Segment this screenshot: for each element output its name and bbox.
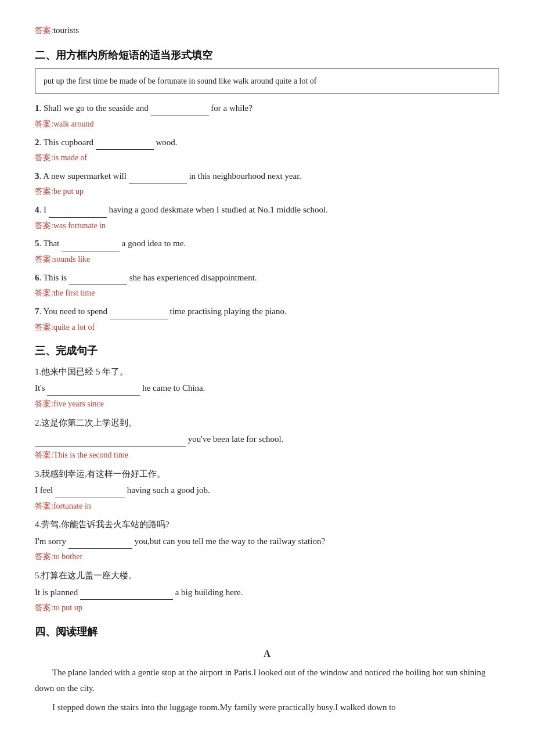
- s3-q2-chinese: 2.这是你第二次上学迟到。: [35, 416, 499, 431]
- top-answer-line: 答案:tourists: [35, 23, 499, 38]
- q2-4-blank: [49, 202, 107, 218]
- s3-answer-2: 答案:This is the second time: [35, 448, 499, 462]
- q2-3-after: in this neighbourhood next year.: [189, 171, 301, 181]
- s3-q2-after: you've been late for school.: [188, 434, 284, 444]
- s3-q4-blank: [68, 534, 132, 549]
- section4-title: 四、阅读理解: [35, 623, 499, 641]
- q2-4-before: I: [44, 205, 49, 214]
- section2: 二、用方框内所给短语的适当形式填空 put up the first time …: [35, 46, 499, 334]
- q2-7-blank: [110, 304, 168, 319]
- s3-q5-blank: [80, 585, 173, 600]
- s3-q4-english: I'm sorry you,but can you tell me the wa…: [35, 534, 499, 549]
- reading-para-1: The plane landed with a gentle stop at t…: [35, 665, 499, 696]
- s3-q1-chinese: 1.他来中国已经 5 年了。: [35, 365, 499, 380]
- answer-2-7: 答案:quite a lot of: [35, 321, 499, 334]
- s3-q5: 5.打算在这儿盖一座大楼。 It is planned a big buildi…: [35, 568, 499, 615]
- phrase-box: put up the first time be made of be fort…: [35, 69, 499, 93]
- top-answer-value: tourists: [53, 26, 79, 35]
- s3-answer-3: 答案:fortunate in: [35, 499, 499, 513]
- answer-2-4: 答案:was fortunate in: [35, 219, 499, 233]
- s3-q3-english: I feel having such a good job.: [35, 483, 499, 498]
- q2-1-blank: [151, 100, 209, 116]
- q2-1-number: 1.: [35, 103, 41, 113]
- section4-subtitle: A: [35, 646, 499, 661]
- q2-6-blank: [69, 270, 127, 286]
- question-2-2: 2. This cupboard wood.: [35, 135, 499, 150]
- answer-2-3: 答案:be put up: [35, 185, 499, 199]
- section4: 四、阅读理解 A The plane landed with a gentle …: [35, 623, 499, 715]
- q2-3-before: A new supermarket will: [43, 171, 128, 181]
- section3-title: 三、完成句子: [35, 342, 499, 360]
- s3-q4-before: I'm sorry: [35, 537, 68, 546]
- q2-5-before: That: [44, 239, 62, 248]
- q2-6-number: 6.: [35, 273, 41, 282]
- question-2-5: 5. That a good idea to me.: [35, 236, 499, 251]
- section3: 三、完成句子 1.他来中国已经 5 年了。 It's he came to Ch…: [35, 342, 499, 615]
- question-2-4: 4. I having a good deskmate when I studi…: [35, 202, 499, 218]
- s3-q3-chinese: 3.我感到幸运,有这样一份好工作。: [35, 467, 499, 482]
- s3-q3: 3.我感到幸运,有这样一份好工作。 I feel having such a g…: [35, 467, 499, 513]
- q2-5-blank: [62, 236, 120, 251]
- reading-para-2: I stepped down the stairs into the lugga…: [35, 700, 499, 715]
- question-2-3: 3. A new supermarket will in this neighb…: [35, 168, 499, 184]
- s3-q5-after: a big building here.: [175, 588, 243, 597]
- s3-q5-before: It is planned: [35, 588, 80, 597]
- s3-q1-before: It's: [35, 383, 47, 393]
- s3-q2-english: you've been late for school.: [35, 431, 499, 447]
- s3-q1-after: he came to China.: [142, 383, 205, 393]
- q2-5-number: 5.: [35, 239, 41, 248]
- s3-answer-1: 答案:five years since: [35, 397, 499, 411]
- q2-1-after: for a while?: [211, 103, 252, 113]
- q2-3-number: 3.: [35, 171, 41, 181]
- s3-q2-blank: [35, 431, 186, 447]
- s3-q5-chinese: 5.打算在这儿盖一座大楼。: [35, 568, 499, 584]
- q2-7-before: You need to spend: [43, 307, 109, 316]
- q2-5-after: a good idea to me.: [122, 239, 186, 248]
- question-2-6: 6. This is she has experienced disappoin…: [35, 270, 499, 286]
- s3-q2: 2.这是你第二次上学迟到。 you've been late for schoo…: [35, 416, 499, 462]
- s3-q1-blank: [47, 380, 140, 396]
- q2-3-blank: [129, 168, 187, 184]
- section2-title: 二、用方框内所给短语的适当形式填空: [35, 46, 499, 64]
- s3-q3-blank: [55, 483, 125, 498]
- s3-q3-after: having such a good job.: [127, 485, 210, 495]
- s3-q5-english: It is planned a big building here.: [35, 585, 499, 600]
- q2-7-after: time practising playing the piano.: [170, 307, 287, 316]
- question-2-7: 7. You need to spend time practising pla…: [35, 304, 499, 319]
- s3-q3-before: I feel: [35, 485, 55, 495]
- q2-4-after: having a good deskmate when I studied at…: [109, 205, 328, 214]
- q2-2-number: 2.: [35, 138, 41, 147]
- q2-2-after: wood.: [156, 138, 177, 147]
- answer-2-5: 答案:sounds like: [35, 253, 499, 267]
- q2-1-before: Shall we go to the seaside and: [44, 103, 151, 113]
- q2-4-number: 4.: [35, 205, 41, 214]
- s3-q4-after: you,but can you tell me the way to the r…: [134, 537, 325, 546]
- question-2-1: 1. Shall we go to the seaside and for a …: [35, 100, 499, 116]
- s3-q1-english: It's he came to China.: [35, 380, 499, 396]
- q2-2-blank: [96, 135, 154, 150]
- s3-answer-5: 答案:to put up: [35, 601, 499, 615]
- s3-q1: 1.他来中国已经 5 年了。 It's he came to China. 答案…: [35, 365, 499, 411]
- s3-answer-4: 答案:to bother: [35, 550, 499, 564]
- answer-2-6: 答案:the first time: [35, 286, 499, 300]
- q2-6-before: This is: [44, 273, 69, 282]
- q2-2-before: This cupboard: [44, 138, 96, 147]
- s3-q4: 4.劳驾,你能告诉我去火车站的路吗? I'm sorry you,but can…: [35, 517, 499, 564]
- answer-2-2: 答案:is made of: [35, 151, 499, 165]
- answer-2-1: 答案:walk around: [35, 117, 499, 131]
- q2-7-number: 7.: [35, 307, 41, 316]
- q2-6-after: she has experienced disappointment.: [129, 273, 257, 282]
- top-answer-label: 答案: [35, 26, 51, 35]
- s3-q4-chinese: 4.劳驾,你能告诉我去火车站的路吗?: [35, 517, 499, 532]
